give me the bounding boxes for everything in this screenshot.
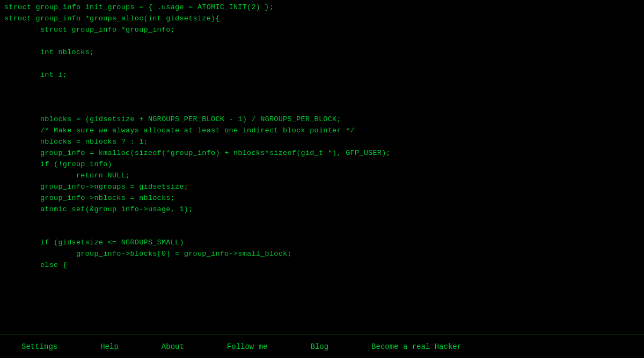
code-line: /* Make sure we always allocate at least… bbox=[4, 125, 640, 137]
code-display: struct group_info init_groups = { .usage… bbox=[0, 0, 644, 334]
code-line: struct group_info init_groups = { .usage… bbox=[4, 2, 640, 13]
code-line bbox=[4, 36, 640, 47]
code-line: nblocks = (gidsetsize + NGROUPS_PER_BLOC… bbox=[4, 114, 640, 125]
code-line: else { bbox=[4, 260, 640, 271]
code-line: struct group_info *groups_alloc(int gids… bbox=[4, 13, 640, 25]
code-line: int nblocks; bbox=[4, 47, 640, 58]
nav-item-blog[interactable]: Blog bbox=[289, 342, 350, 351]
code-line: int i; bbox=[4, 70, 640, 81]
code-line bbox=[4, 103, 640, 114]
nav-item-follow-me[interactable]: Follow me bbox=[206, 342, 289, 351]
code-line bbox=[4, 226, 640, 237]
code-line: atomic_set(&group_info->usage, 1); bbox=[4, 204, 640, 215]
code-line bbox=[4, 215, 640, 227]
code-line: if (!group_info) bbox=[4, 159, 640, 170]
code-line: if (gidsetsize <= NGROUPS_SMALL) bbox=[4, 237, 640, 249]
nav-item-become-hacker[interactable]: Become a real Hacker bbox=[350, 342, 483, 351]
nav-item-settings[interactable]: Settings bbox=[0, 342, 79, 351]
code-line: return NULL; bbox=[4, 170, 640, 182]
nav-item-help[interactable]: Help bbox=[79, 342, 140, 351]
nav-item-about[interactable]: About bbox=[140, 342, 206, 351]
code-line: group_info->blocks[0] = group_info->smal… bbox=[4, 249, 640, 260]
code-line: group_info->ngroups = gidsetsize; bbox=[4, 182, 640, 193]
bottom-navigation: SettingsHelpAboutFollow meBlogBecome a r… bbox=[0, 334, 644, 358]
code-line: group_info->nblocks = nblocks; bbox=[4, 193, 640, 204]
code-line bbox=[4, 80, 640, 92]
code-line: nblocks = nblocks ? : 1; bbox=[4, 137, 640, 148]
code-line bbox=[4, 58, 640, 70]
code-line bbox=[4, 92, 640, 103]
code-line: group_info = kmalloc(sizeof(*group_info)… bbox=[4, 148, 640, 159]
code-line: struct group_info *group_info; bbox=[4, 25, 640, 36]
